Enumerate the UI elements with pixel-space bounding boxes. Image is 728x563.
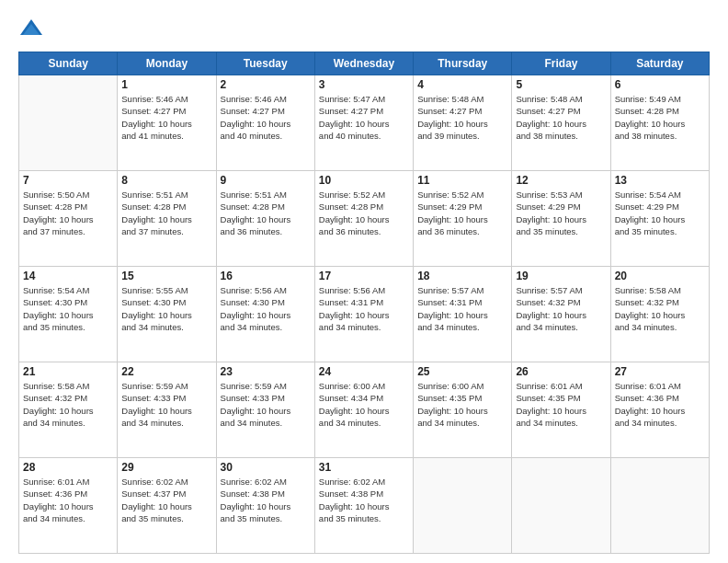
day-number: 2: [221, 78, 311, 91]
calendar-cell: 24Sunrise: 6:00 AM Sunset: 4:34 PM Dayli…: [314, 362, 413, 458]
calendar-cell: 9Sunrise: 5:51 AM Sunset: 4:28 PM Daylig…: [216, 171, 314, 267]
calendar-cell: [19, 75, 118, 171]
calendar-cell: 14Sunrise: 5:54 AM Sunset: 4:30 PM Dayli…: [19, 267, 118, 362]
day-info: Sunrise: 6:01 AM Sunset: 4:36 PM Dayligh…: [23, 476, 113, 524]
day-number: 31: [319, 461, 409, 474]
day-info: Sunrise: 5:54 AM Sunset: 4:29 PM Dayligh…: [615, 189, 705, 237]
day-info: Sunrise: 5:55 AM Sunset: 4:30 PM Dayligh…: [121, 284, 211, 333]
day-number: 3: [319, 78, 409, 91]
day-info: Sunrise: 5:56 AM Sunset: 4:31 PM Dayligh…: [319, 284, 409, 333]
calendar-cell: 3Sunrise: 5:47 AM Sunset: 4:27 PM Daylig…: [314, 75, 413, 171]
calendar-cell: 30Sunrise: 6:02 AM Sunset: 4:38 PM Dayli…: [216, 458, 314, 554]
calendar-cell: 8Sunrise: 5:51 AM Sunset: 4:28 PM Daylig…: [118, 171, 216, 267]
day-number: 5: [516, 78, 606, 91]
header: [18, 17, 710, 42]
day-number: 28: [23, 461, 113, 474]
day-info: Sunrise: 5:59 AM Sunset: 4:33 PM Dayligh…: [121, 380, 211, 429]
calendar-cell: 28Sunrise: 6:01 AM Sunset: 4:36 PM Dayli…: [19, 458, 118, 554]
day-number: 22: [121, 365, 211, 378]
day-info: Sunrise: 5:58 AM Sunset: 4:32 PM Dayligh…: [615, 284, 705, 333]
day-number: 11: [417, 174, 507, 187]
day-number: 17: [319, 270, 409, 282]
day-info: Sunrise: 5:51 AM Sunset: 4:28 PM Dayligh…: [121, 189, 211, 237]
calendar-cell: 4Sunrise: 5:48 AM Sunset: 4:27 PM Daylig…: [414, 75, 512, 171]
calendar-cell: 7Sunrise: 5:50 AM Sunset: 4:28 PM Daylig…: [19, 171, 118, 267]
calendar-cell: 21Sunrise: 5:58 AM Sunset: 4:32 PM Dayli…: [19, 362, 118, 458]
calendar-cell: [414, 458, 512, 554]
day-number: 25: [417, 365, 507, 378]
day-number: 10: [319, 174, 409, 187]
day-number: 9: [221, 174, 311, 187]
days-header-row: SundayMondayTuesdayWednesdayThursdayFrid…: [19, 52, 710, 75]
day-info: Sunrise: 5:57 AM Sunset: 4:32 PM Dayligh…: [516, 284, 606, 333]
day-number: 27: [615, 365, 705, 378]
day-number: 19: [516, 270, 606, 282]
calendar-cell: 10Sunrise: 5:52 AM Sunset: 4:28 PM Dayli…: [314, 171, 413, 267]
day-info: Sunrise: 6:02 AM Sunset: 4:38 PM Dayligh…: [221, 476, 311, 524]
day-info: Sunrise: 5:46 AM Sunset: 4:27 PM Dayligh…: [221, 93, 311, 142]
calendar-cell: 20Sunrise: 5:58 AM Sunset: 4:32 PM Dayli…: [610, 267, 709, 362]
day-header-wednesday: Wednesday: [314, 52, 413, 75]
day-info: Sunrise: 6:02 AM Sunset: 4:38 PM Dayligh…: [319, 476, 409, 524]
day-header-friday: Friday: [512, 52, 610, 75]
day-header-tuesday: Tuesday: [216, 52, 314, 75]
day-number: 18: [417, 270, 507, 282]
day-info: Sunrise: 5:47 AM Sunset: 4:27 PM Dayligh…: [319, 93, 409, 142]
calendar-cell: 25Sunrise: 6:00 AM Sunset: 4:35 PM Dayli…: [414, 362, 512, 458]
logo: [18, 17, 48, 42]
day-info: Sunrise: 5:53 AM Sunset: 4:29 PM Dayligh…: [516, 189, 606, 237]
day-info: Sunrise: 6:00 AM Sunset: 4:35 PM Dayligh…: [417, 380, 507, 429]
calendar-cell: 11Sunrise: 5:52 AM Sunset: 4:29 PM Dayli…: [414, 171, 512, 267]
day-number: 29: [121, 461, 211, 474]
calendar-cell: 6Sunrise: 5:49 AM Sunset: 4:28 PM Daylig…: [610, 75, 709, 171]
day-number: 1: [121, 78, 211, 91]
calendar-cell: 13Sunrise: 5:54 AM Sunset: 4:29 PM Dayli…: [610, 171, 709, 267]
calendar-cell: 15Sunrise: 5:55 AM Sunset: 4:30 PM Dayli…: [118, 267, 216, 362]
day-info: Sunrise: 5:50 AM Sunset: 4:28 PM Dayligh…: [23, 189, 113, 237]
day-info: Sunrise: 6:00 AM Sunset: 4:34 PM Dayligh…: [319, 380, 409, 429]
week-row-3: 14Sunrise: 5:54 AM Sunset: 4:30 PM Dayli…: [19, 267, 710, 362]
calendar-cell: [512, 458, 610, 554]
day-number: 20: [615, 270, 705, 282]
day-info: Sunrise: 5:52 AM Sunset: 4:29 PM Dayligh…: [417, 189, 507, 237]
calendar-cell: 29Sunrise: 6:02 AM Sunset: 4:37 PM Dayli…: [118, 458, 216, 554]
calendar-cell: 5Sunrise: 5:48 AM Sunset: 4:27 PM Daylig…: [512, 75, 610, 171]
calendar-cell: 23Sunrise: 5:59 AM Sunset: 4:33 PM Dayli…: [216, 362, 314, 458]
day-info: Sunrise: 5:56 AM Sunset: 4:30 PM Dayligh…: [221, 284, 311, 333]
day-header-thursday: Thursday: [414, 52, 512, 75]
week-row-2: 7Sunrise: 5:50 AM Sunset: 4:28 PM Daylig…: [19, 171, 710, 267]
day-number: 30: [221, 461, 311, 474]
page: SundayMondayTuesdayWednesdayThursdayFrid…: [0, 0, 728, 563]
day-number: 6: [615, 78, 705, 91]
calendar-cell: 26Sunrise: 6:01 AM Sunset: 4:35 PM Dayli…: [512, 362, 610, 458]
day-number: 15: [121, 270, 211, 282]
day-info: Sunrise: 6:02 AM Sunset: 4:37 PM Dayligh…: [121, 476, 211, 524]
day-info: Sunrise: 5:52 AM Sunset: 4:28 PM Dayligh…: [319, 189, 409, 237]
day-number: 8: [121, 174, 211, 187]
calendar-cell: 16Sunrise: 5:56 AM Sunset: 4:30 PM Dayli…: [216, 267, 314, 362]
week-row-4: 21Sunrise: 5:58 AM Sunset: 4:32 PM Dayli…: [19, 362, 710, 458]
calendar-cell: 22Sunrise: 5:59 AM Sunset: 4:33 PM Dayli…: [118, 362, 216, 458]
week-row-1: 1Sunrise: 5:46 AM Sunset: 4:27 PM Daylig…: [19, 75, 710, 171]
calendar-cell: 27Sunrise: 6:01 AM Sunset: 4:36 PM Dayli…: [610, 362, 709, 458]
day-info: Sunrise: 5:49 AM Sunset: 4:28 PM Dayligh…: [615, 93, 705, 142]
day-info: Sunrise: 5:48 AM Sunset: 4:27 PM Dayligh…: [417, 93, 507, 142]
day-number: 7: [23, 174, 113, 187]
day-number: 24: [319, 365, 409, 378]
day-info: Sunrise: 5:54 AM Sunset: 4:30 PM Dayligh…: [23, 284, 113, 333]
day-number: 4: [417, 78, 507, 91]
day-number: 14: [23, 270, 113, 282]
calendar-cell: 19Sunrise: 5:57 AM Sunset: 4:32 PM Dayli…: [512, 267, 610, 362]
calendar-cell: 18Sunrise: 5:57 AM Sunset: 4:31 PM Dayli…: [414, 267, 512, 362]
calendar-cell: 17Sunrise: 5:56 AM Sunset: 4:31 PM Dayli…: [314, 267, 413, 362]
day-number: 23: [221, 365, 311, 378]
day-number: 21: [23, 365, 113, 378]
calendar-table: SundayMondayTuesdayWednesdayThursdayFrid…: [18, 52, 710, 554]
logo-icon: [18, 17, 44, 42]
day-info: Sunrise: 5:59 AM Sunset: 4:33 PM Dayligh…: [221, 380, 311, 429]
calendar-cell: 12Sunrise: 5:53 AM Sunset: 4:29 PM Dayli…: [512, 171, 610, 267]
calendar-cell: 31Sunrise: 6:02 AM Sunset: 4:38 PM Dayli…: [314, 458, 413, 554]
calendar-cell: [610, 458, 709, 554]
day-number: 12: [516, 174, 606, 187]
day-info: Sunrise: 5:57 AM Sunset: 4:31 PM Dayligh…: [417, 284, 507, 333]
